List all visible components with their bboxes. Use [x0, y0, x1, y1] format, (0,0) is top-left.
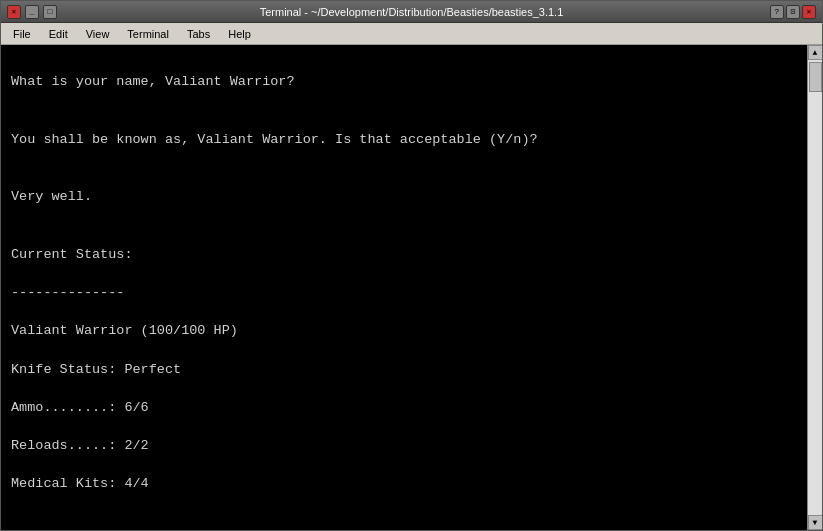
terminal-line: You shall be known as, Valiant Warrior. …	[11, 130, 797, 149]
menu-help[interactable]: Help	[220, 26, 259, 42]
terminal-line: What is your name, Valiant Warrior?	[11, 72, 797, 91]
menu-terminal[interactable]: Terminal	[119, 26, 177, 42]
minimize-button[interactable]: _	[25, 5, 39, 19]
titlebar: ✕ _ □ Terminal - ~/Development/Distribut…	[1, 1, 822, 23]
menu-edit[interactable]: Edit	[41, 26, 76, 42]
menu-file[interactable]: File	[5, 26, 39, 42]
terminal-output[interactable]: What is your name, Valiant Warrior? You …	[1, 45, 807, 530]
help-button[interactable]: ?	[770, 5, 784, 19]
titlebar-left: ✕ _ □	[7, 5, 57, 19]
terminal-body: What is your name, Valiant Warrior? You …	[1, 45, 822, 530]
exit-button[interactable]: ✕	[802, 5, 816, 19]
terminal-window: ✕ _ □ Terminal - ~/Development/Distribut…	[0, 0, 823, 531]
terminal-line: Knife Status: Perfect	[11, 360, 797, 379]
terminal-line: Very well.	[11, 187, 797, 206]
terminal-line: Valiant Warrior (100/100 HP)	[11, 321, 797, 340]
terminal-line: Current Status:	[11, 245, 797, 264]
menu-view[interactable]: View	[78, 26, 118, 42]
scroll-up-button[interactable]: ▲	[808, 45, 823, 60]
window-title: Terminal - ~/Development/Distribution/Be…	[260, 6, 564, 18]
terminal-line: Medical Kits: 4/4	[11, 474, 797, 493]
terminal-line: Reloads.....: 2/2	[11, 436, 797, 455]
scroll-down-button[interactable]: ▼	[808, 515, 823, 530]
terminal-line: --------------	[11, 283, 797, 302]
scrollbar[interactable]: ▲ ▼	[807, 45, 822, 530]
scrollbar-thumb[interactable]	[809, 62, 822, 92]
terminal-line: Ammo........: 6/6	[11, 398, 797, 417]
close-button[interactable]: ✕	[7, 5, 21, 19]
titlebar-right: ? ⊡ ✕	[770, 5, 816, 19]
maximize-button[interactable]: □	[43, 5, 57, 19]
resize-button[interactable]: ⊡	[786, 5, 800, 19]
menu-tabs[interactable]: Tabs	[179, 26, 218, 42]
menubar: File Edit View Terminal Tabs Help	[1, 23, 822, 45]
scrollbar-track[interactable]	[808, 60, 822, 515]
